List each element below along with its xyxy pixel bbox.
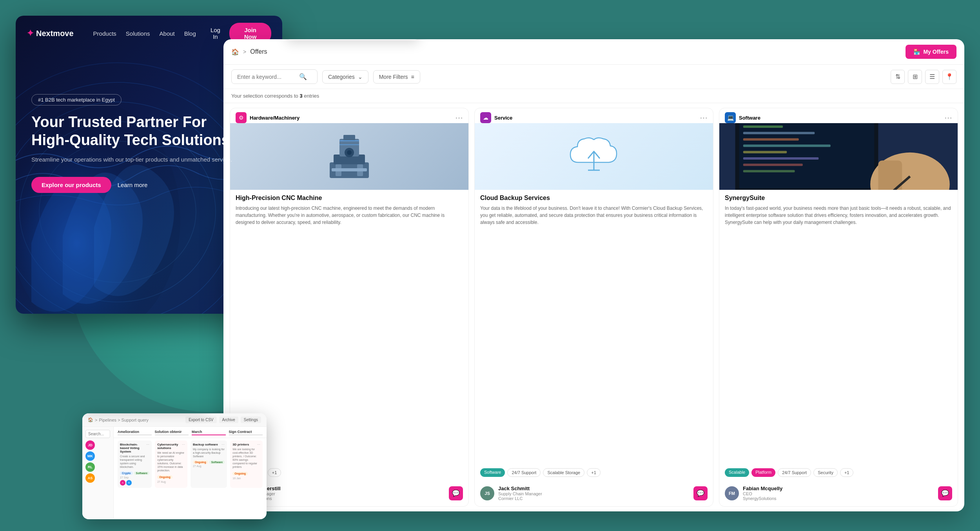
hardware-tag-plus[interactable]: +1: [268, 468, 281, 477]
list-view-button[interactable]: ☰: [925, 70, 939, 84]
software-chat-button[interactable]: 💬: [938, 486, 952, 500]
learn-button[interactable]: Learn more: [118, 182, 148, 188]
filter-icon: ≡: [411, 74, 414, 80]
crm-card1-title: Blockchain-based Voting System: [120, 443, 146, 453]
crm-card1-tag-crypto: Crypto: [120, 471, 133, 475]
category-select[interactable]: Categories ⌄: [322, 70, 368, 84]
software-badge-icon: 💻: [725, 112, 736, 123]
cloud-svg: [566, 131, 621, 182]
svg-rect-25: [743, 125, 783, 128]
crm-home-icon: 🏠: [88, 417, 93, 422]
crm-card3-menu[interactable]: ⋯: [221, 443, 225, 447]
filter-icons: ⇅ ⊞ ☰ 📍: [891, 70, 956, 84]
service-badge-icon: ☁: [480, 112, 491, 123]
svg-rect-28: [743, 145, 831, 147]
nav-products[interactable]: Products: [93, 30, 116, 37]
service-product-image: [475, 123, 713, 190]
software-product-footer: FM Fabian Mcquelly CEO SynergySolutions …: [719, 482, 958, 506]
service-type-label: Service: [494, 115, 512, 121]
sort-button[interactable]: ⇅: [891, 70, 905, 84]
crm-card3-desc: My company is looking for a high-securit…: [193, 447, 225, 458]
service-product-desc: Your data is the lifeblood of your busin…: [480, 205, 708, 464]
svg-rect-26: [743, 132, 815, 134]
crm-card4-tag: Ongoing: [232, 472, 248, 475]
crm-card1-menu[interactable]: ⋯: [146, 443, 149, 446]
crm-stage-3: March: [192, 429, 226, 435]
search-icon: 🔍: [299, 73, 307, 80]
software-menu-dots[interactable]: ⋯: [944, 113, 952, 122]
hero-badge: #1 B2B tech marketplace in Egypt: [31, 94, 122, 105]
marketplace-tooltip: Build a digital marketplace: [286, 39, 419, 40]
hero-title-line1: Your Trusted Partner For: [31, 114, 207, 130]
breadcrumb-separator: >: [243, 49, 246, 55]
service-product-footer: JS Jack Schmitt Supply Chain Manager Cor…: [475, 482, 713, 506]
software-product-desc: In today's fast-paced world, your busine…: [725, 205, 952, 464]
crm-search-input[interactable]: [85, 430, 110, 438]
nav-blog[interactable]: Blog: [184, 30, 196, 37]
grid-view-button[interactable]: ⊞: [908, 70, 922, 84]
marketplace-header: 🏠 > Offers 🏪 My Offers: [223, 39, 964, 65]
software-contact-info: Fabian Mcquelly CEO SynergySolutions: [743, 486, 934, 501]
crm-breadcrumb: 🏠 > Pipelines > Support query: [88, 417, 149, 422]
crm-card1-date: 27 Sep: [120, 476, 149, 479]
service-contact-info: Jack Schmitt Supply Chain Manager Cormie…: [498, 486, 690, 501]
svg-rect-30: [743, 157, 819, 160]
my-offers-label: My Offers: [923, 49, 949, 55]
software-tag-plus[interactable]: +1: [840, 468, 854, 477]
service-tag-support[interactable]: 24/7 Support: [507, 468, 541, 477]
explore-button[interactable]: Explore our products: [31, 177, 111, 193]
software-tag-security[interactable]: Security: [813, 468, 838, 477]
login-button[interactable]: Log In: [208, 27, 223, 40]
service-chat-button[interactable]: 💬: [693, 486, 708, 500]
main-container: ✦ Nextmove Products Solutions About Blog…: [0, 0, 980, 531]
crm-card1-avatar1: A: [120, 480, 125, 486]
crm-avatar-1: JD: [85, 440, 95, 450]
service-product-tags: Software 24/7 Support Scalable Storage +…: [480, 468, 708, 477]
service-contact-title: Supply Chain Manager: [498, 491, 690, 496]
map-view-button[interactable]: 📍: [942, 70, 956, 84]
my-offers-button[interactable]: 🏪 My Offers: [906, 45, 956, 59]
software-product-tags: Scalable Platform 24/7 Support Security …: [725, 468, 952, 477]
marketplace-content: 🏠 > Offers 🏪 My Offers 🔍 Categories ⌄: [223, 39, 964, 511]
crm-card4-menu[interactable]: ⋯: [257, 443, 260, 447]
breadcrumb-home-icon[interactable]: 🏠: [231, 48, 239, 56]
hero-title: Your Trusted Partner For High-Quality Te…: [31, 113, 267, 149]
categories-label: Categories: [328, 74, 355, 80]
service-tag-plus[interactable]: +1: [587, 468, 601, 477]
software-tag-platform[interactable]: Platform: [751, 468, 775, 477]
hardware-menu-dots[interactable]: ⋯: [455, 113, 463, 122]
crm-card2-menu[interactable]: ⋯: [182, 443, 185, 451]
crm-actions: Export to CSV Archive Settings: [185, 416, 261, 423]
crm-card1-tag-software: Software: [134, 471, 150, 475]
software-contact-name: Fabian Mcquelly: [743, 486, 934, 491]
svg-rect-14: [332, 168, 367, 171]
search-input[interactable]: [237, 74, 296, 80]
search-box[interactable]: 🔍: [231, 69, 318, 84]
hardware-chat-button[interactable]: 💬: [449, 486, 463, 500]
hero-title-line2: High-Quality Tech Solutions: [31, 132, 230, 148]
service-tag-storage[interactable]: Scalable Storage: [543, 468, 584, 477]
crm-settings-button[interactable]: Settings: [241, 416, 261, 423]
crm-export-button[interactable]: Export to CSV: [185, 416, 216, 423]
crm-archive-button[interactable]: Archive: [219, 416, 238, 423]
software-type-label: Software: [739, 115, 760, 121]
software-contact-title: CEO: [743, 491, 934, 496]
more-filters-button[interactable]: More Filters ≡: [373, 70, 420, 84]
svg-rect-27: [743, 138, 799, 140]
hardware-product-tags: Category 2 +1: [236, 468, 463, 477]
results-count: 3: [299, 93, 302, 99]
software-tag-scalable[interactable]: Scalable: [725, 468, 749, 477]
crm-avatar-list: JD MK RL AS: [85, 440, 110, 483]
service-tag-software[interactable]: Software: [480, 468, 505, 477]
svg-point-11: [347, 150, 352, 155]
hero-subtitle: Streamline your operations with our top-…: [31, 155, 267, 164]
service-menu-dots[interactable]: ⋯: [700, 113, 708, 122]
crm-main: Amelioration Solution obtenir March Sign…: [114, 427, 267, 518]
results-suffix: entries: [304, 93, 319, 99]
software-tag-support[interactable]: 24/7 Support: [778, 468, 811, 477]
crm-body: JD MK RL AS Amelioration Solution obteni…: [82, 427, 267, 518]
crm-card1-avatar2: B: [126, 480, 132, 486]
nav-solutions[interactable]: Solutions: [126, 30, 150, 37]
logo-icon: ✦: [27, 28, 34, 38]
nav-about[interactable]: About: [160, 30, 175, 37]
